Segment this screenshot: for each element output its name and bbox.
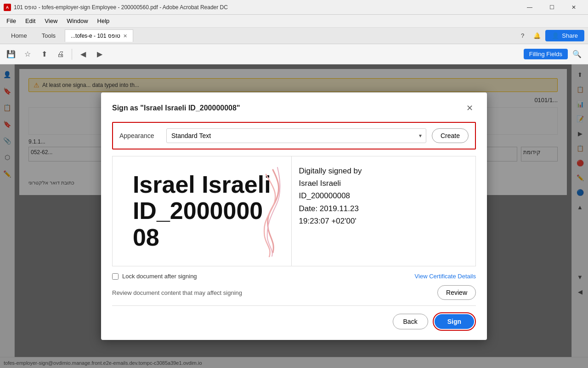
upload-button[interactable]: ⬆ (37, 47, 51, 62)
dialog-header: Sign as "Israel Israeli ID_200000008" ✕ (112, 102, 476, 115)
lock-label[interactable]: Lock document after signing (122, 273, 197, 280)
share-button[interactable]: 👤 Share (545, 30, 584, 41)
doc-tab-label: ...tofes-e - 101 טופס (71, 33, 120, 39)
tab-document[interactable]: ...tofes-e - 101 טופס ✕ (65, 29, 133, 42)
signature-left-panel: Israel Israeli ID_2000000 08 (113, 156, 292, 266)
review-text: Review document content that may affect … (112, 289, 242, 296)
toolbar-separator (72, 49, 72, 60)
window-controls: — ☐ ✕ (519, 0, 584, 15)
dialog-divider (112, 305, 476, 306)
notification-button[interactable]: 🔔 (529, 30, 545, 41)
zoom-button[interactable]: 🔍 (570, 47, 584, 62)
help-button[interactable]: ? (516, 30, 529, 41)
dialog-title: Sign as "Israel Israeli ID_200000008" (112, 104, 240, 112)
menu-file[interactable]: File (2, 17, 21, 25)
signature-right-panel: Digitally signed by Israel Israeli ID_20… (292, 156, 476, 266)
sig-info-line2: Israel Israeli (299, 177, 469, 190)
menu-window[interactable]: Window (62, 17, 92, 25)
review-button[interactable]: Review (437, 285, 476, 300)
signature-mark (250, 161, 287, 261)
print-button[interactable]: 🖨 (53, 47, 68, 62)
back-button[interactable]: Back (393, 314, 428, 329)
save-button[interactable]: 💾 (4, 47, 18, 62)
tab-close-btn[interactable]: ✕ (123, 33, 127, 39)
appearance-row: Appearance Standard Text ▾ Create (112, 122, 476, 150)
sign-button-wrapper: Sign (433, 312, 476, 331)
filling-fields-btn[interactable]: Filling Fields (524, 49, 568, 59)
dialog-close-button[interactable]: ✕ (463, 102, 476, 115)
close-button[interactable]: ✕ (563, 0, 584, 15)
sig-info-line5: 19:23:07 +02'00' (299, 215, 469, 227)
sig-info-line3: ID_200000008 (299, 190, 469, 202)
menu-bar: File Edit View Window Help (0, 15, 588, 28)
sig-info-line4: Date: 2019.11.23 (299, 202, 469, 215)
menu-view[interactable]: View (40, 17, 62, 25)
title-bar: A 101 טופס - tofes-employer-sign Employe… (0, 0, 588, 15)
lock-checkbox[interactable] (112, 273, 119, 280)
minimize-button[interactable]: — (519, 0, 540, 15)
sign-dialog: Sign as "Israel Israeli ID_200000008" ✕ … (101, 92, 487, 340)
lock-row: Lock document after signing View Certifi… (112, 273, 476, 280)
bookmark-button[interactable]: ☆ (20, 47, 35, 62)
toolbar: 💾 ☆ ⬆ 🖨 ◀ ▶ Filling Fields 🔍 (0, 44, 588, 64)
create-button[interactable]: Create (432, 128, 469, 143)
tab-tools[interactable]: Tools (34, 29, 63, 42)
signature-svg (250, 165, 287, 257)
review-row: Review document content that may affect … (112, 285, 476, 300)
next-page-button[interactable]: ▶ (92, 47, 107, 62)
cert-details-link[interactable]: View Certificate Details (415, 273, 476, 280)
prev-page-button[interactable]: ◀ (76, 47, 90, 62)
menu-edit[interactable]: Edit (21, 17, 40, 25)
sig-info-line1: Digitally signed by (299, 165, 469, 177)
tab-home[interactable]: Home (4, 29, 34, 42)
sign-button[interactable]: Sign (435, 314, 474, 329)
share-icon: 👤 (552, 32, 559, 39)
appearance-select[interactable]: Standard Text (166, 128, 426, 143)
signature-preview: Israel Israeli ID_2000000 08 Digitally s… (112, 156, 476, 266)
appearance-label: Appearance (119, 132, 161, 139)
dialog-footer: Back Sign (112, 312, 476, 331)
appearance-select-wrapper: Standard Text ▾ (166, 128, 426, 143)
tab-bar: Home Tools ...tofes-e - 101 טופס ✕ ? 🔔 👤… (0, 28, 588, 44)
maximize-button[interactable]: ☐ (541, 0, 562, 15)
app-icon: A (4, 4, 11, 11)
main-area: 👤 🔖 📋 🔖 📎 ⬡ ✏️ ⚠ At least one signa... d… (0, 64, 588, 368)
menu-help[interactable]: Help (93, 17, 114, 25)
window-title: 101 טופס - tofes-employer-sign Employee … (14, 4, 519, 11)
share-label: Share (562, 32, 578, 39)
